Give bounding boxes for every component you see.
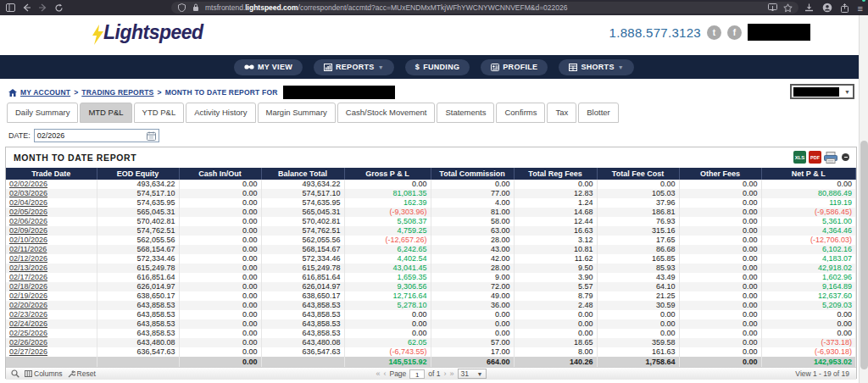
downloads-icon[interactable] xyxy=(804,3,815,13)
col-header-total-fee-cost[interactable]: Total Fee Cost xyxy=(597,168,679,180)
wrench-icon xyxy=(68,370,75,378)
trade-date-link[interactable]: 02/23/2026 xyxy=(9,310,47,319)
page-number-input[interactable]: 1 xyxy=(409,369,425,379)
profile-icon xyxy=(491,64,499,71)
share-icon[interactable] xyxy=(840,3,850,13)
reload-icon[interactable] xyxy=(53,3,64,13)
trade-date-link[interactable]: 02/26/2026 xyxy=(9,338,47,347)
nav-shorts[interactable]: SHORTS ▼ xyxy=(559,59,634,75)
account-icon[interactable] xyxy=(822,3,832,13)
table-row: 02/09/2026574,762.510.00574,762.514,759.… xyxy=(6,226,856,236)
shield-icon[interactable] xyxy=(176,3,186,13)
binoculars-icon xyxy=(244,64,254,70)
crumb-my-account[interactable]: MY ACCOUNT xyxy=(20,88,70,97)
trade-date-link[interactable]: 02/20/2026 xyxy=(9,301,47,309)
crumb-trading-reports[interactable]: TRADING REPORTS xyxy=(81,88,153,97)
search-icon[interactable] xyxy=(11,369,19,378)
col-header-balance-total[interactable]: Balance Total xyxy=(261,168,344,180)
calendar-icon[interactable] xyxy=(147,131,156,141)
table-row: 02/17/2026616,851.640.00616,851.641,659.… xyxy=(6,273,856,282)
col-header-other-fees[interactable]: Other Fees xyxy=(679,168,761,180)
trade-date-link[interactable]: 02/24/2026 xyxy=(9,319,47,328)
trade-date-link[interactable]: 02/13/2026 xyxy=(9,264,47,272)
panel-title-bar: MONTH TO DATE REPORT XLS PDF xyxy=(6,147,856,168)
tab-tax[interactable]: Tax xyxy=(547,103,576,123)
collapse-icon[interactable] xyxy=(842,153,849,161)
reset-button[interactable]: Reset xyxy=(68,369,96,378)
account-selector[interactable]: ▼ xyxy=(790,84,854,99)
table-row: 02/23/2026643,858.530.00643,858.530.000.… xyxy=(6,310,856,319)
tab-ytd-pl[interactable]: YTD P&L xyxy=(134,103,185,123)
trade-date-link[interactable]: 02/09/2026 xyxy=(9,226,47,235)
last-page-icon[interactable]: » xyxy=(450,369,454,378)
col-header-gross-p-l[interactable]: Gross P & L xyxy=(344,168,431,180)
nav-profile[interactable]: PROFILE xyxy=(481,59,548,75)
tab-confirms[interactable]: Confirms xyxy=(496,103,545,123)
forward-icon[interactable] xyxy=(37,3,47,13)
tab-margin-summary[interactable]: Margin Summary xyxy=(258,103,336,123)
tab-mtd-pl[interactable]: MTD P&L xyxy=(80,103,131,123)
tab-activity-history[interactable]: Activity History xyxy=(186,103,255,123)
date-input[interactable]: 02/2026 xyxy=(34,129,159,142)
tab-statements[interactable]: Statements xyxy=(437,103,494,123)
trade-date-link[interactable]: 02/10/2026 xyxy=(9,236,47,244)
trade-date-link[interactable]: 02/27/2026 xyxy=(9,347,47,356)
crumb-current: MONTH TO DATE REPORT FOR xyxy=(165,88,278,97)
shorts-grid-icon xyxy=(569,64,577,71)
next-page-icon[interactable]: › xyxy=(444,369,447,378)
date-row: DATE: 02/2026 xyxy=(8,127,159,144)
tab-daily-summary[interactable]: Daily Summary xyxy=(7,103,78,123)
back-icon[interactable] xyxy=(21,3,31,13)
trade-date-link[interactable]: 02/17/2026 xyxy=(9,273,47,281)
tab-overview-icon[interactable] xyxy=(5,3,15,13)
report-tabs: Daily Summary MTD P&L YTD P&L Activity H… xyxy=(7,103,619,123)
table-row: 02/13/2026615,249.780.00615,249.7843,041… xyxy=(6,264,856,273)
trade-date-link[interactable]: 02/12/2026 xyxy=(9,254,47,263)
redacted-account-name xyxy=(283,86,395,99)
table-row: 02/05/2026565,045.310.00565,045.31(-9,30… xyxy=(6,208,856,217)
trade-date-link[interactable]: 02/05/2026 xyxy=(9,208,47,216)
trade-date-link[interactable]: 02/19/2026 xyxy=(9,291,47,300)
col-header-total-commission[interactable]: Total Commission xyxy=(431,168,514,180)
lightspeed-logo[interactable]: Lightspeed xyxy=(92,21,203,45)
first-page-icon[interactable]: « xyxy=(376,369,380,378)
trade-date-link[interactable]: 02/04/2026 xyxy=(9,198,47,207)
nav-reports[interactable]: REPORTS ▼ xyxy=(314,59,394,75)
main-nav: MY VIEW REPORTS ▼ $ FUNDING PROFILE SHOR… xyxy=(0,55,868,79)
table-row: 02/24/2026643,858.530.00643,858.530.000.… xyxy=(6,319,856,329)
tab-cash-stock-movement[interactable]: Cash/Stock Movement xyxy=(337,103,436,123)
trade-date-link[interactable]: 02/25/2026 xyxy=(9,329,47,337)
trade-date-link[interactable]: 02/03/2026 xyxy=(9,189,47,197)
lock-icon[interactable] xyxy=(191,3,201,13)
columns-button[interactable]: Columns xyxy=(25,369,63,378)
mtd-report-panel: MONTH TO DATE REPORT XLS PDF Trade DateE… xyxy=(5,147,857,379)
home-icon[interactable] xyxy=(8,89,17,97)
col-header-cash-in-out[interactable]: Cash In/Out xyxy=(179,168,261,180)
trade-date-link[interactable]: 02/06/2026 xyxy=(9,217,47,225)
table-row: 02/04/2026574,635.950.00574,635.95162.39… xyxy=(6,198,856,208)
trade-date-link[interactable]: 02/11/2026 xyxy=(9,245,47,253)
col-header-net-p-l[interactable]: Net P & L xyxy=(761,168,856,180)
page-size-select[interactable]: 31 ▼ xyxy=(458,369,487,379)
screenshot-icon[interactable] xyxy=(768,3,778,13)
col-header-eod-equity[interactable]: EOD Equity xyxy=(97,168,179,180)
print-icon[interactable] xyxy=(824,152,837,164)
facebook-icon[interactable]: f xyxy=(727,25,742,40)
tab-blotter[interactable]: Blotter xyxy=(578,103,618,123)
trade-date-link[interactable]: 02/18/2026 xyxy=(9,282,47,291)
menu-icon[interactable]: ≡ xyxy=(858,0,863,15)
export-pdf-icon[interactable]: PDF xyxy=(809,151,821,164)
trade-date-link[interactable]: 02/02/2026 xyxy=(9,180,47,188)
nav-my-view[interactable]: MY VIEW xyxy=(234,59,303,75)
export-excel-icon[interactable]: XLS xyxy=(793,151,806,164)
url-bar[interactable]: mtsfrontend.lightspeed.com/correspondent… xyxy=(171,2,798,14)
scrollbar-thumb[interactable] xyxy=(860,141,868,369)
table-row: 02/26/2026643,480.080.00643,480.0862.055… xyxy=(6,338,856,347)
bookmark-star-icon[interactable] xyxy=(783,3,793,13)
totals-row: 0.00145,515.92664.00140.261,758.640.0014… xyxy=(6,357,856,367)
prev-page-icon[interactable]: ‹ xyxy=(383,369,386,378)
twitter-icon[interactable]: t xyxy=(707,25,721,40)
nav-funding[interactable]: $ FUNDING xyxy=(405,59,470,75)
col-header-total-reg-fees[interactable]: Total Reg Fees xyxy=(514,168,597,180)
col-header-trade-date[interactable]: Trade Date xyxy=(6,168,97,180)
